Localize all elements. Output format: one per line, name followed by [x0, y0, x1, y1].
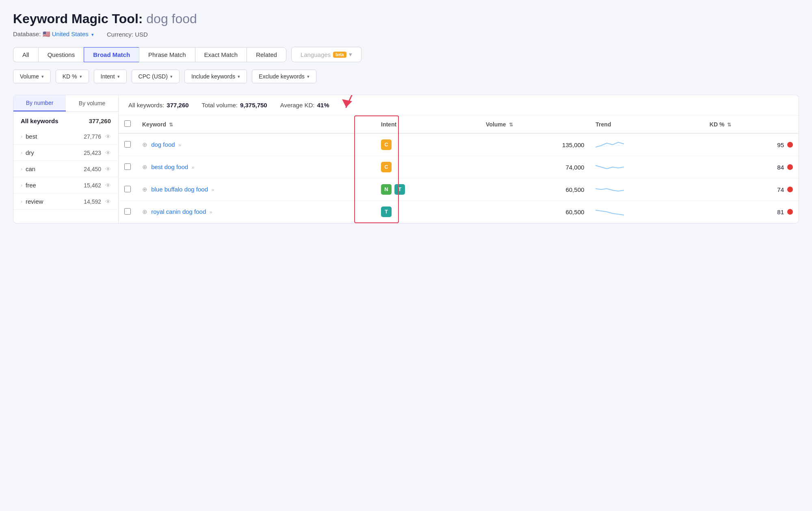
total-volume-value: 9,375,750 [240, 102, 267, 109]
chevron-down-icon: ▾ [349, 51, 352, 58]
sort-icon: ⇅ [727, 122, 731, 128]
trend-chart [595, 206, 624, 217]
keyword-cell: ⊕ royal canin dog food » [136, 201, 375, 223]
col-keyword[interactable]: Keyword ⇅ [136, 115, 375, 133]
chevron-down-icon: ▾ [41, 74, 44, 79]
volume-cell: 60,500 [480, 201, 590, 223]
table-area: All keywords: 377,260 Total volume: 9,37… [119, 95, 799, 224]
keyword-actions: » [191, 164, 194, 170]
sidebar: By number By volume All keywords 377,260… [13, 95, 119, 224]
tab-languages[interactable]: Languages beta ▾ [291, 47, 362, 62]
kd-dot [787, 164, 793, 170]
col-kd[interactable]: KD % ⇅ [704, 115, 799, 133]
sidebar-item-best[interactable]: › best 27,776 👁 [13, 128, 118, 145]
row-checkbox[interactable] [124, 141, 131, 148]
flag-icon: 🇺🇸 [43, 30, 52, 37]
sidebar-header: All keywords 377,260 [13, 112, 118, 128]
database-label: Database: 🇺🇸 United States ▾ [13, 30, 94, 38]
filter-exclude[interactable]: Exclude keywords ▾ [252, 70, 316, 83]
table-head: Keyword ⇅ Intent Volume ⇅ Tren [119, 115, 799, 133]
sidebar-item-can[interactable]: › can 24,450 👁 [13, 161, 118, 177]
plus-circle-icon: ⊕ [142, 208, 147, 215]
trend-cell [590, 201, 704, 223]
kd-dot [787, 142, 793, 148]
keyword-actions: » [211, 187, 214, 193]
keyword-actions: » [178, 142, 181, 148]
eye-icon[interactable]: 👁 [105, 166, 111, 172]
meta-bar: Database: 🇺🇸 United States ▾ Currency: U… [13, 30, 799, 38]
keyword-link[interactable]: dog food [151, 141, 175, 148]
plus-circle-icon: ⊕ [142, 163, 147, 170]
chevron-right-icon: › [21, 150, 22, 156]
tab-phrase-match[interactable]: Phrase Match [139, 47, 195, 62]
keyword-link[interactable]: best dog food [151, 163, 188, 170]
row-checkbox-cell [119, 201, 136, 223]
eye-icon[interactable]: 👁 [105, 150, 111, 156]
avg-kd-stat: Average KD: 41% [280, 102, 329, 109]
sidebar-item-review[interactable]: › review 14,592 👁 [13, 194, 118, 210]
row-checkbox[interactable] [124, 186, 131, 192]
row-checkbox[interactable] [124, 163, 131, 170]
row-checkbox[interactable] [124, 208, 131, 215]
currency-label: Currency: USD [107, 31, 148, 38]
kd-cell: 74 [704, 178, 799, 201]
filter-include[interactable]: Include keywords ▾ [184, 70, 247, 83]
query-label: dog food [146, 11, 197, 26]
sidebar-by-number[interactable]: By number [13, 95, 66, 111]
volume-cell: 135,000 [480, 133, 590, 156]
keyword-actions: » [209, 209, 212, 215]
filters-row: Volume ▾ KD % ▾ Intent ▾ CPC (USD) ▾ Inc… [13, 70, 799, 83]
volume-cell: 74,000 [480, 156, 590, 178]
row-checkbox-cell [119, 178, 136, 201]
col-trend: Trend [590, 115, 704, 133]
sidebar-by-volume[interactable]: By volume [66, 95, 118, 111]
kd-dot [787, 187, 793, 192]
country-link[interactable]: United States ▾ [52, 30, 94, 37]
page-title: Keyword Magic Tool: dog food [13, 11, 799, 26]
tab-related[interactable]: Related [247, 47, 286, 62]
table-row: ⊕ best dog food » C 74,000 [119, 156, 799, 178]
tab-all[interactable]: All [13, 47, 38, 62]
sort-icon: ⇅ [169, 122, 173, 128]
volume-cell: 60,500 [480, 178, 590, 201]
keyword-cell: ⊕ best dog food » [136, 156, 375, 178]
table-body: ⊕ dog food » C 135,000 [119, 133, 799, 223]
filter-cpc[interactable]: CPC (USD) ▾ [132, 70, 180, 83]
chevron-down-icon: ▾ [307, 74, 310, 79]
col-volume[interactable]: Volume ⇅ [480, 115, 590, 133]
tabs-row: All Questions Broad Match Phrase Match E… [13, 47, 799, 62]
trend-chart [595, 184, 624, 195]
kd-cell: 95 [704, 133, 799, 156]
keyword-link[interactable]: royal canin dog food [151, 208, 206, 215]
tab-questions[interactable]: Questions [38, 47, 84, 62]
keyword-cell: ⊕ blue buffalo dog food » [136, 178, 375, 201]
kd-cell: 81 [704, 201, 799, 223]
chevron-right-icon: › [21, 199, 22, 204]
filter-kd[interactable]: KD % ▾ [56, 70, 89, 83]
table-row: ⊕ royal canin dog food » T 60,500 [119, 201, 799, 223]
sidebar-header-label: All keywords [21, 117, 58, 124]
sidebar-item-dry[interactable]: › dry 25,423 👁 [13, 145, 118, 161]
chevron-down-icon: ▾ [91, 32, 94, 37]
title-label: Keyword Magic Tool: [13, 11, 143, 26]
select-all-checkbox[interactable] [124, 120, 131, 127]
avg-kd-value: 41% [317, 102, 329, 109]
chevron-down-icon: ▾ [80, 74, 82, 79]
eye-icon[interactable]: 👁 [105, 133, 111, 140]
tab-broad-match[interactable]: Broad Match [84, 47, 139, 62]
eye-icon[interactable]: 👁 [105, 198, 111, 205]
tab-exact-match[interactable]: Exact Match [195, 47, 247, 62]
filter-intent[interactable]: Intent ▾ [94, 70, 127, 83]
filter-volume[interactable]: Volume ▾ [13, 70, 51, 83]
keyword-link[interactable]: blue buffalo dog food [151, 186, 208, 193]
sidebar-item-free[interactable]: › free 15,462 👁 [13, 177, 118, 194]
eye-icon[interactable]: 👁 [105, 182, 111, 189]
table-row: ⊕ blue buffalo dog food » N T 60,500 [119, 178, 799, 201]
intent-badge-c: C [381, 162, 392, 172]
intent-cell: N T [375, 178, 480, 201]
chevron-right-icon: › [21, 166, 22, 172]
intent-cell: C [375, 156, 480, 178]
intent-badge-c: C [381, 139, 392, 150]
table-summary: All keywords: 377,260 Total volume: 9,37… [119, 95, 799, 115]
chevron-down-icon: ▾ [170, 74, 173, 79]
